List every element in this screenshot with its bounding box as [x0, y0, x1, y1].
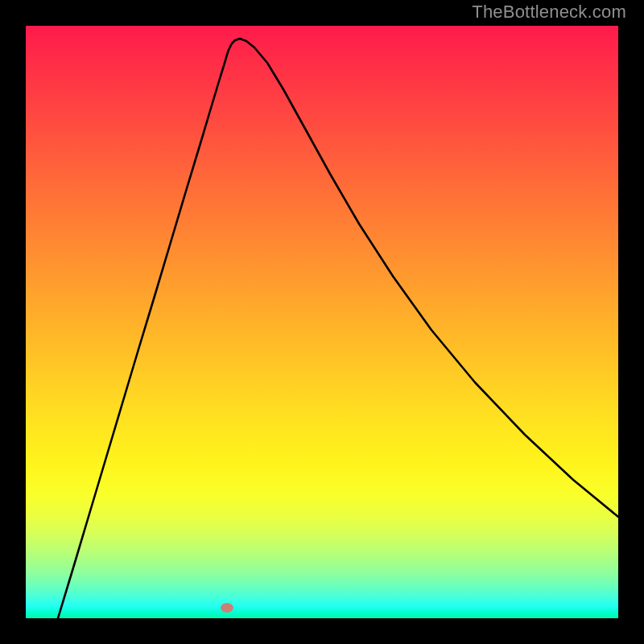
optimal-marker: [221, 603, 233, 613]
credit-label: TheBottleneck.com: [472, 2, 626, 23]
curve-path: [58, 39, 618, 618]
plot-area: [26, 26, 618, 618]
bottleneck-curve: [26, 26, 618, 618]
chart-frame: TheBottleneck.com: [0, 0, 644, 644]
